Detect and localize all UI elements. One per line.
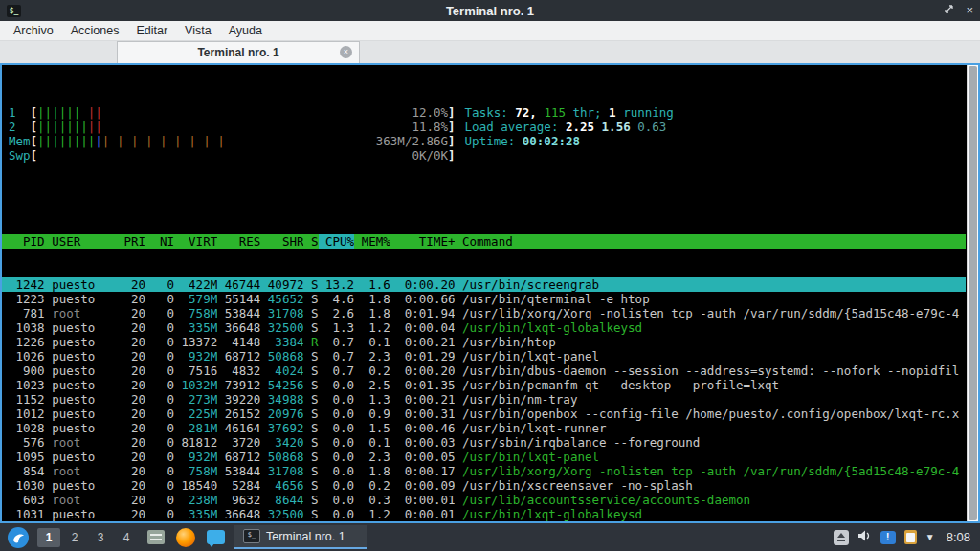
cell-shr: 3420 bbox=[260, 435, 303, 450]
cell-pri: 20 bbox=[117, 335, 145, 349]
process-row[interactable]: 1026puesto200932M6871250868S0.72.30:01.2… bbox=[2, 349, 966, 364]
process-row[interactable]: 603root200238M96328644S0.00.30:00.01/usr… bbox=[2, 493, 966, 507]
workspace-button-3[interactable]: 3 bbox=[89, 528, 112, 547]
restore-button[interactable] bbox=[944, 0, 954, 21]
workspace-button-2[interactable]: 2 bbox=[63, 528, 86, 547]
cell-user: puesto bbox=[52, 521, 117, 523]
process-row[interactable]: 576root2008181237203420S0.00.10:00.03/us… bbox=[2, 435, 966, 450]
process-row[interactable]: 1012puesto200225M2615220976S0.00.90:00.3… bbox=[2, 407, 966, 421]
cell-s: S bbox=[303, 277, 318, 292]
tray-expand-icon[interactable]: ▼ bbox=[925, 532, 935, 542]
column-header-ni[interactable]: NI bbox=[145, 234, 174, 249]
cell-virt: 932M bbox=[174, 349, 217, 364]
cell-res: 36648 bbox=[217, 507, 260, 521]
cell-ni: 0 bbox=[145, 306, 174, 320]
process-row[interactable]: 1024puesto200335M3664832500S0.01.20:00.2… bbox=[2, 521, 966, 523]
cell-cmd: /usr/bin/qterminal -e htop bbox=[462, 292, 966, 306]
workspace-button-1[interactable]: 1 bbox=[37, 528, 60, 547]
cell-user: puesto bbox=[52, 478, 117, 493]
column-header-virt[interactable]: VIRT bbox=[174, 234, 217, 249]
cell-virt: 758M bbox=[174, 306, 217, 320]
menu-item-ayuda[interactable]: Ayuda bbox=[220, 24, 271, 37]
meter-bar-segment: || bbox=[80, 105, 102, 120]
workspace-button-4[interactable]: 4 bbox=[115, 528, 138, 547]
process-row[interactable]: 854root200758M5384431708S0.01.80:00.17/u… bbox=[2, 464, 966, 478]
cell-time: 0:00.28 bbox=[390, 521, 456, 523]
network-icon[interactable]: ! bbox=[880, 531, 896, 544]
menu-item-vista[interactable]: Vista bbox=[176, 24, 220, 37]
cell-shr: 32500 bbox=[260, 320, 303, 335]
cell-pri: 20 bbox=[117, 292, 145, 306]
messenger-launcher[interactable] bbox=[204, 526, 227, 549]
column-header-mem[interactable]: MEM% bbox=[354, 234, 390, 249]
column-header-user[interactable]: USER bbox=[52, 234, 117, 249]
terminal-viewport[interactable]: 1[|||||| ||12.0%]2[|||||||||11.8%]Mem[||… bbox=[0, 63, 980, 523]
terminal-scrollbar[interactable] bbox=[967, 65, 978, 521]
firefox-icon bbox=[176, 528, 195, 547]
clipboard-icon[interactable] bbox=[904, 530, 917, 544]
taskbar-window-button[interactable]: $_ Terminal nro. 1 bbox=[234, 525, 368, 549]
cell-res: 73912 bbox=[217, 378, 260, 392]
minimize-button[interactable]: – bbox=[925, 0, 932, 21]
cell-ni: 0 bbox=[145, 435, 174, 450]
cell-cpu: 0.0 bbox=[319, 464, 355, 478]
meter-label: Swp bbox=[9, 148, 31, 163]
process-row[interactable]: 1152puesto200273M3922034988S0.01.30:00.2… bbox=[2, 392, 966, 407]
cell-res: 36648 bbox=[217, 521, 260, 523]
process-row[interactable]: 1226puesto2001337241483384R0.70.10:00.21… bbox=[2, 335, 966, 349]
cell-cmd: /usr/sbin/irqbalance --foreground bbox=[462, 435, 966, 450]
cell-s: S bbox=[303, 349, 318, 364]
process-row[interactable]: 1023puesto2001032M7391254256S0.02.50:01.… bbox=[2, 378, 966, 392]
volume-icon[interactable] bbox=[858, 529, 872, 546]
cell-res: 9632 bbox=[217, 493, 260, 507]
cell-cpu: 13.2 bbox=[319, 277, 355, 292]
cell-pid: 1226 bbox=[9, 335, 45, 349]
process-row[interactable]: 1223puesto200579M5514445652S4.61.80:00.6… bbox=[2, 292, 966, 306]
summary-segment: thr; bbox=[566, 105, 609, 120]
removable-media-icon[interactable] bbox=[834, 530, 849, 545]
cell-time: 0:01.35 bbox=[390, 378, 456, 392]
process-row[interactable]: 781root200758M5384431708S2.61.80:01.94/u… bbox=[2, 306, 966, 320]
cell-mem: 1.2 bbox=[354, 521, 390, 523]
app-menu-button[interactable] bbox=[8, 527, 29, 548]
process-row[interactable]: 1031puesto200335M3664832500S0.01.20:00.0… bbox=[2, 507, 966, 521]
tab-close-icon[interactable]: × bbox=[340, 46, 352, 58]
menu-item-editar[interactable]: Editar bbox=[127, 24, 176, 37]
scrollbar-thumb[interactable] bbox=[969, 66, 977, 520]
menu-item-acciones[interactable]: Acciones bbox=[62, 24, 128, 37]
process-row[interactable]: 1030puesto2001854052844656S0.00.20:00.09… bbox=[2, 478, 966, 493]
file-manager-launcher[interactable] bbox=[145, 526, 167, 549]
tab-terminal-1[interactable]: Terminal nro. 1 × bbox=[117, 41, 360, 63]
close-button[interactable]: × bbox=[966, 0, 973, 21]
cell-pri: 20 bbox=[117, 421, 145, 435]
column-header-shr[interactable]: SHR bbox=[260, 234, 303, 249]
process-row[interactable]: 1242puesto200422M4674440972S13.21.60:00.… bbox=[2, 277, 966, 292]
window-titlebar[interactable]: $_ Terminal nro. 1 – × bbox=[0, 0, 980, 21]
process-row[interactable]: 1095puesto200932M6871250868S0.02.30:00.0… bbox=[2, 450, 966, 464]
column-header-command[interactable]: Command bbox=[462, 234, 966, 249]
process-row[interactable]: 900puesto200751648324024S0.70.20:00.20/u… bbox=[2, 364, 966, 378]
column-header-s[interactable]: S bbox=[303, 234, 318, 249]
cell-shr: 4656 bbox=[260, 478, 303, 493]
cell-pid: 1223 bbox=[9, 292, 45, 306]
menu-item-archivo[interactable]: Archivo bbox=[5, 24, 62, 37]
summary-segment: 2.25 bbox=[566, 120, 602, 134]
column-header-pid[interactable]: PID bbox=[9, 234, 45, 249]
column-header-pri[interactable]: PRI bbox=[117, 234, 145, 249]
clock[interactable]: 8:08 bbox=[947, 530, 970, 544]
cell-time: 0:00.21 bbox=[390, 335, 456, 349]
firefox-launcher[interactable] bbox=[174, 526, 197, 549]
column-header-res[interactable]: RES bbox=[217, 234, 260, 249]
cell-ni: 0 bbox=[145, 507, 174, 521]
cell-res: 3720 bbox=[217, 435, 260, 450]
meter-bar-segment: | | | | | | | | | bbox=[102, 134, 225, 148]
cell-cpu: 0.7 bbox=[319, 349, 355, 364]
process-row[interactable]: 1028puesto200281M4616437692S0.01.50:00.4… bbox=[2, 421, 966, 435]
process-row[interactable]: 1038puesto200335M3664832500S1.31.20:00.0… bbox=[2, 320, 966, 335]
cell-cpu: 0.0 bbox=[319, 407, 355, 421]
column-header-cpu[interactable]: CPU% bbox=[319, 234, 355, 249]
column-header-time[interactable]: TIME+ bbox=[390, 234, 456, 249]
cell-user: puesto bbox=[52, 421, 117, 435]
cell-mem: 1.8 bbox=[354, 306, 390, 320]
cell-shr: 50868 bbox=[260, 450, 303, 464]
